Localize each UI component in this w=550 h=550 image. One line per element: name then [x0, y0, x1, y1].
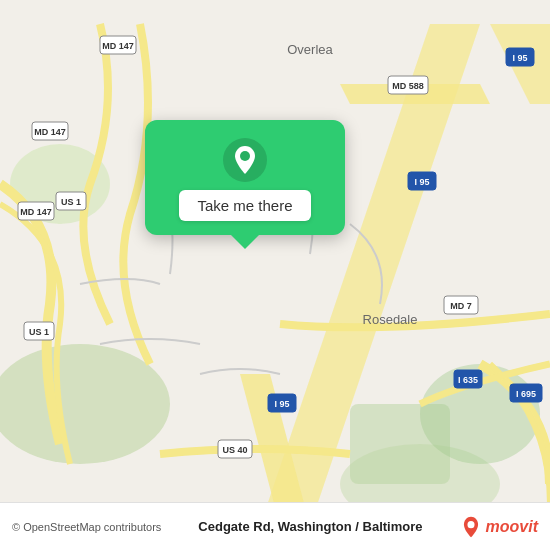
- location-card: Take me there: [145, 120, 345, 235]
- svg-text:I 95: I 95: [512, 53, 527, 63]
- svg-text:I 95: I 95: [414, 177, 429, 187]
- svg-text:I 635: I 635: [458, 375, 478, 385]
- moovit-logo: moovit: [460, 516, 538, 538]
- svg-text:US 1: US 1: [29, 327, 49, 337]
- take-me-there-button[interactable]: Take me there: [179, 190, 310, 221]
- map-pin-icon: [223, 138, 267, 182]
- svg-text:I 695: I 695: [516, 389, 536, 399]
- location-label: Cedgate Rd, Washington / Baltimore: [161, 519, 459, 534]
- svg-text:MD 147: MD 147: [102, 41, 134, 51]
- svg-point-35: [240, 151, 250, 161]
- svg-text:Overlea: Overlea: [287, 42, 333, 57]
- map-svg: MD 147 MD 147 MD 147 MD 588 US 1 US 1 I …: [0, 0, 550, 550]
- svg-text:US 40: US 40: [222, 445, 247, 455]
- copyright-text: © OpenStreetMap contributors: [12, 521, 161, 533]
- bottom-bar: © OpenStreetMap contributors Cedgate Rd,…: [0, 502, 550, 550]
- svg-text:Rosedale: Rosedale: [363, 312, 418, 327]
- moovit-label: moovit: [486, 518, 538, 536]
- svg-text:I 95: I 95: [274, 399, 289, 409]
- moovit-pin-icon: [460, 516, 482, 538]
- svg-text:US 1: US 1: [61, 197, 81, 207]
- svg-point-36: [467, 521, 474, 528]
- copyright-area: © OpenStreetMap contributors: [12, 521, 161, 533]
- svg-text:MD 147: MD 147: [20, 207, 52, 217]
- svg-text:MD 7: MD 7: [450, 301, 472, 311]
- map-container: MD 147 MD 147 MD 147 MD 588 US 1 US 1 I …: [0, 0, 550, 550]
- svg-text:MD 147: MD 147: [34, 127, 66, 137]
- svg-text:MD 588: MD 588: [392, 81, 424, 91]
